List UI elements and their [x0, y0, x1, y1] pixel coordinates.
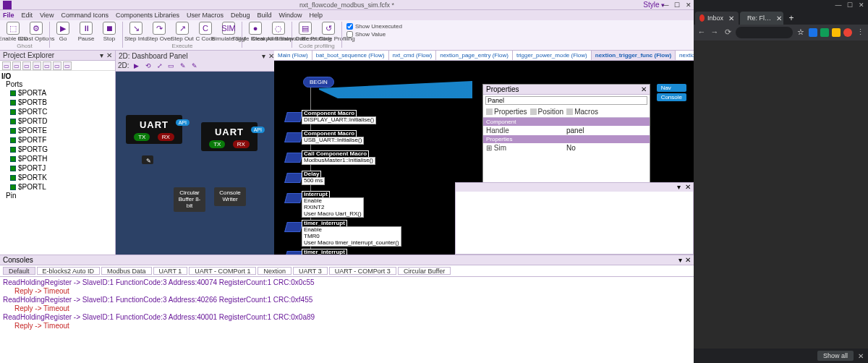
dash-tool-2[interactable]: ⟲ [144, 61, 153, 70]
maximize-icon[interactable]: ☐ [846, 1, 854, 9]
tree-port-$portc[interactable]: $PORTC [1, 107, 114, 116]
step-into-button[interactable]: ↘Step Into [126, 22, 146, 42]
flow-block-body[interactable]: 500 ms [302, 177, 325, 185]
console-tab[interactable]: E-blocks2 Auto ID [37, 267, 101, 275]
pe-tool-5[interactable]: ▭ [43, 61, 51, 70]
console-tab[interactable]: Modbus Data [101, 267, 152, 275]
show-all-button[interactable]: Show all [817, 351, 854, 361]
tree-root[interactable]: I/O [1, 72, 114, 80]
prop-row-sim[interactable]: ⊞ SimNo [483, 143, 650, 153]
menu-icon[interactable]: ⋮ [855, 27, 865, 38]
subtab-properties[interactable]: Properties [486, 108, 527, 116]
browser-tab[interactable]: Inbox ✕ [695, 12, 739, 25]
console-output[interactable]: ReadHoldingRegister -> SlaveID:1 Functio… [0, 277, 694, 363]
pe-tool-6[interactable]: ▭ [53, 61, 61, 70]
extension-icon[interactable] [832, 28, 841, 37]
flow-block-body[interactable]: ModbusMaster1::Initialise() [302, 157, 375, 165]
step-over-button[interactable]: ↷Step Over [149, 22, 169, 42]
pe-tool-2[interactable]: ▭ [12, 61, 21, 70]
panel-dropdown-icon[interactable]: ▾ [677, 183, 681, 192]
project-tree[interactable]: I/O Ports $PORTA$PORTB$PORTC$PORTD$PORTE… [0, 71, 115, 255]
menu-item-user-macros[interactable]: User Macros [187, 12, 224, 19]
dash-tool-5[interactable]: ✎ [179, 61, 187, 70]
chrome-viewport[interactable] [694, 40, 868, 349]
circular-buffer-component[interactable]: Circular Buffer 8-bit [174, 187, 205, 212]
console-tab[interactable]: Nextion [258, 267, 292, 275]
flow-shape[interactable] [284, 153, 303, 163]
extension-icon[interactable] [820, 28, 829, 37]
menu-item-help[interactable]: Help [310, 12, 323, 19]
console-writer-component[interactable]: Console Writer [214, 187, 246, 206]
omnibox[interactable] [736, 27, 793, 38]
side-tag[interactable]: Nav [657, 84, 686, 92]
flow-shape[interactable] [284, 112, 303, 122]
extension-icon[interactable] [809, 28, 817, 37]
flow-tab[interactable]: nextion_trigger_func (Flow) [592, 51, 676, 60]
panel-close-icon[interactable]: ✕ [268, 52, 274, 60]
menu-item-window[interactable]: Window [279, 12, 302, 19]
pe-tool-3[interactable]: ▭ [22, 61, 31, 70]
tree-port-$portf[interactable]: $PORTF [1, 135, 114, 145]
flow-shape[interactable] [284, 222, 303, 232]
tab-close-icon[interactable]: ✕ [776, 14, 782, 22]
menu-item-edit[interactable]: Edit [22, 12, 33, 19]
pause-button[interactable]: ⏸Pause [76, 22, 96, 42]
star-icon[interactable]: ☆ [796, 27, 806, 38]
menu-item-components-libraries[interactable]: Components Libraries [116, 12, 179, 19]
tree-port-$porta[interactable]: $PORTA [1, 88, 114, 98]
flow-tab[interactable]: nxt_cmd (Flow) [389, 51, 437, 60]
pe-tool-1[interactable]: ▭ [2, 61, 11, 70]
pe-tool-4[interactable]: ▭ [33, 61, 41, 70]
flow-tab[interactable]: nextion_page_loop (Flow) [676, 51, 694, 60]
tree-port-$portl[interactable]: $PORTL [1, 182, 114, 192]
flow-shape[interactable] [284, 193, 303, 203]
stop-button[interactable]: ⏹Stop [99, 22, 119, 42]
console-tab[interactable]: UART - COMPort 3 [329, 267, 396, 275]
flow-block-header[interactable]: timer_interrupt [302, 249, 347, 255]
flow-tab[interactable]: Main (Flow) [274, 51, 312, 60]
maximize-icon[interactable]: ☐ [673, 1, 681, 9]
flow-block-body[interactable]: Enable RXINT2 User Macro Uart_RX() [302, 197, 364, 218]
panel-close-icon[interactable]: ✕ [685, 256, 691, 264]
flow-shape[interactable] [284, 173, 303, 183]
dashboard-canvas[interactable]: API UART TX RX API UART TX RX [116, 72, 274, 255]
profile-avatar[interactable] [843, 28, 852, 37]
tab-close-icon[interactable]: ✕ [728, 14, 734, 22]
menu-item-build[interactable]: Build [258, 12, 272, 19]
browser-tab[interactable]: Re: Fl… ✕ [740, 12, 783, 25]
show-value-checkbox[interactable]: Show Value [346, 31, 402, 38]
side-tag[interactable]: Console [657, 93, 686, 101]
back-icon[interactable]: ← [697, 27, 707, 38]
console-tab[interactable]: UART - COMPort 1 [189, 267, 256, 275]
tree-port-$portg[interactable]: $PORTG [1, 145, 114, 154]
forward-icon[interactable]: → [710, 27, 720, 38]
flow-tab[interactable]: bat_boot_sequence (Flow) [312, 51, 389, 60]
show-unexecuted-checkbox[interactable]: Show Unexecuted [346, 23, 402, 30]
minimize-icon[interactable]: — [662, 1, 669, 9]
uart-component-1[interactable]: API UART TX RX [126, 115, 182, 144]
panel-close-icon[interactable]: ✕ [685, 183, 691, 192]
console-tab[interactable]: UART 1 [153, 267, 188, 275]
subtab-macros[interactable]: Macros [566, 108, 598, 116]
flow-tab[interactable]: nextion_page_entry (Flow) [436, 51, 513, 60]
dash-tool-6[interactable]: ✎ [190, 61, 199, 70]
tree-ports[interactable]: Ports [1, 80, 114, 88]
console-tab[interactable]: Circular Buffer [398, 267, 451, 275]
properties-search-input[interactable] [485, 96, 647, 105]
flow-shape[interactable] [284, 132, 303, 142]
minimize-icon[interactable]: — [835, 1, 842, 9]
tree-port-$portb[interactable]: $PORTB [1, 98, 114, 107]
tree-port-$portj[interactable]: $PORTJ [1, 163, 114, 173]
tree-port-$porte[interactable]: $PORTE [1, 126, 114, 135]
menu-item-file[interactable]: File [3, 12, 14, 19]
panel-close-icon[interactable]: ✕ [106, 51, 112, 59]
reload-icon[interactable]: ⟳ [723, 27, 733, 38]
flow-block-body[interactable]: USB_UART::Initialise() [302, 137, 364, 145]
flow-tab[interactable]: trigger_power_mode (Flow) [513, 51, 592, 60]
panel-pin-icon[interactable]: ▾ [262, 52, 265, 60]
reset-code-profiling-button[interactable]: ↺Reset Code Profiling [318, 22, 339, 42]
panel-pin-icon[interactable]: ▾ [100, 51, 103, 59]
menu-item-command-icons[interactable]: Command Icons [61, 12, 109, 19]
pe-tool-7[interactable]: ▭ [63, 61, 72, 70]
console-tab[interactable]: UART 3 [293, 267, 328, 275]
